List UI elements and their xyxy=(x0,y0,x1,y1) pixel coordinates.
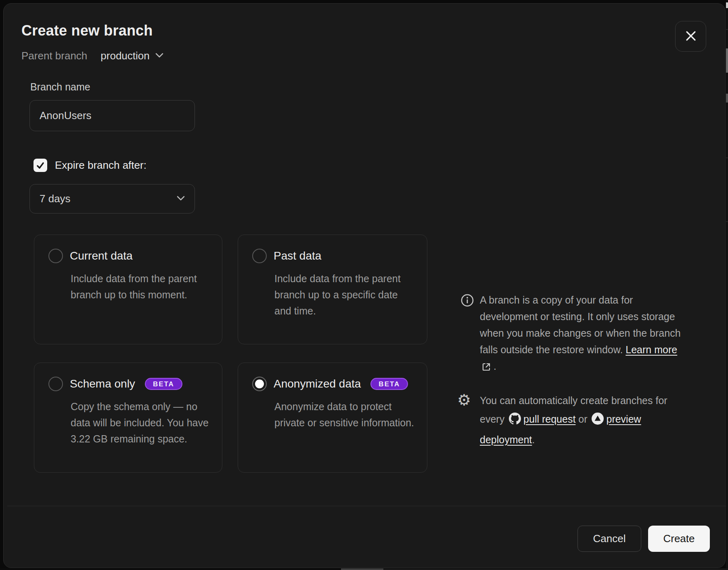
footer-divider xyxy=(7,506,728,506)
beta-badge: BETA xyxy=(145,378,182,390)
option-card-anonymized-data[interactable]: Anonymized data BETA Anonymize data to p… xyxy=(238,363,427,473)
expire-duration-value: 7 days xyxy=(40,193,71,205)
option-title: Schema only xyxy=(70,377,135,390)
expire-duration-select[interactable]: 7 days xyxy=(29,184,195,214)
page-title: Create new branch xyxy=(21,22,153,39)
external-link-icon xyxy=(481,360,491,377)
expire-checkbox-row[interactable]: Expire branch after: xyxy=(33,159,146,172)
automation-middle: or xyxy=(578,413,587,425)
background-fragment xyxy=(726,157,728,158)
branch-note-suffix: . xyxy=(494,360,496,372)
option-title: Current data xyxy=(70,249,133,262)
github-icon xyxy=(509,412,521,430)
create-branch-dialog: Create new branch Parent branch producti… xyxy=(3,3,726,568)
automation-note: You can automatically create branches fo… xyxy=(480,391,684,449)
parent-branch-select[interactable]: production xyxy=(100,50,164,62)
option-description: Include data from the parent branch up t… xyxy=(71,270,213,303)
background-fragment xyxy=(726,2,728,8)
radio-checked-icon[interactable] xyxy=(252,377,267,391)
close-icon xyxy=(684,29,698,44)
beta-badge: BETA xyxy=(370,378,408,390)
close-button[interactable] xyxy=(675,21,706,52)
radio-unchecked-icon[interactable] xyxy=(48,249,63,263)
cancel-button[interactable]: Cancel xyxy=(577,526,641,552)
background-page-bottom-sliver xyxy=(0,568,728,570)
parent-branch-label: Parent branch xyxy=(21,50,87,62)
expire-checkbox-label: Expire branch after: xyxy=(55,159,146,172)
radio-unchecked-icon[interactable] xyxy=(252,249,267,263)
background-fragment xyxy=(726,221,728,222)
option-title: Past data xyxy=(274,249,321,262)
option-card-current-data[interactable]: Current data Include data from the paren… xyxy=(34,235,222,344)
option-description: Copy the schema only — no data will be i… xyxy=(71,398,213,447)
branch-name-input[interactable] xyxy=(29,100,195,131)
chevron-down-icon xyxy=(155,52,164,60)
background-page-right-sliver xyxy=(726,0,728,570)
background-fragment xyxy=(726,29,728,30)
chevron-down-icon xyxy=(176,195,186,203)
screen: Create new branch Parent branch producti… xyxy=(0,0,728,570)
branch-name-label: Branch name xyxy=(30,81,90,93)
radio-unchecked-icon[interactable] xyxy=(48,377,63,391)
pull-request-link[interactable]: pull request xyxy=(523,413,575,425)
gear-icon: ⚙ xyxy=(457,391,471,409)
learn-more-link[interactable]: Learn more xyxy=(625,344,677,355)
background-fragment xyxy=(726,94,728,103)
branch-info-note: A branch is a copy of your data for deve… xyxy=(480,292,684,377)
option-card-schema-only[interactable]: Schema only BETA Copy the schema only — … xyxy=(34,363,222,473)
info-icon xyxy=(460,293,474,309)
vercel-icon xyxy=(592,412,604,430)
automation-suffix: . xyxy=(532,434,535,445)
scrollbar-thumb[interactable] xyxy=(726,48,728,73)
parent-branch-row: Parent branch production xyxy=(21,50,164,62)
option-card-past-data[interactable]: Past data Include data from the parent b… xyxy=(238,235,427,344)
option-description: Include data from the parent branch up t… xyxy=(274,270,416,319)
background-fragment xyxy=(383,568,728,570)
option-description: Anonymize data to protect private or sen… xyxy=(274,398,416,431)
create-button[interactable]: Create xyxy=(648,526,710,552)
option-title: Anonymized data xyxy=(274,377,361,390)
checkbox-checked-icon xyxy=(33,159,47,172)
background-fragment xyxy=(341,568,383,570)
parent-branch-value: production xyxy=(100,50,149,62)
